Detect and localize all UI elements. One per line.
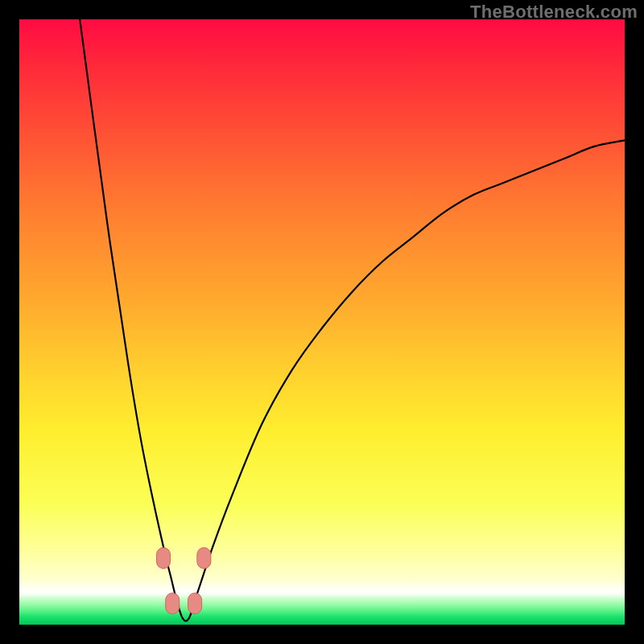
- chart-frame: [19, 19, 625, 625]
- plot-area: [19, 19, 625, 625]
- curve-marker-1: [197, 547, 211, 568]
- marker-group: [156, 547, 210, 613]
- curve-marker-2: [166, 593, 180, 614]
- curve-marker-3: [188, 593, 202, 614]
- curve-marker-0: [156, 547, 170, 568]
- bottleneck-curve-svg: [19, 19, 625, 625]
- bottleneck-curve-path: [80, 19, 625, 621]
